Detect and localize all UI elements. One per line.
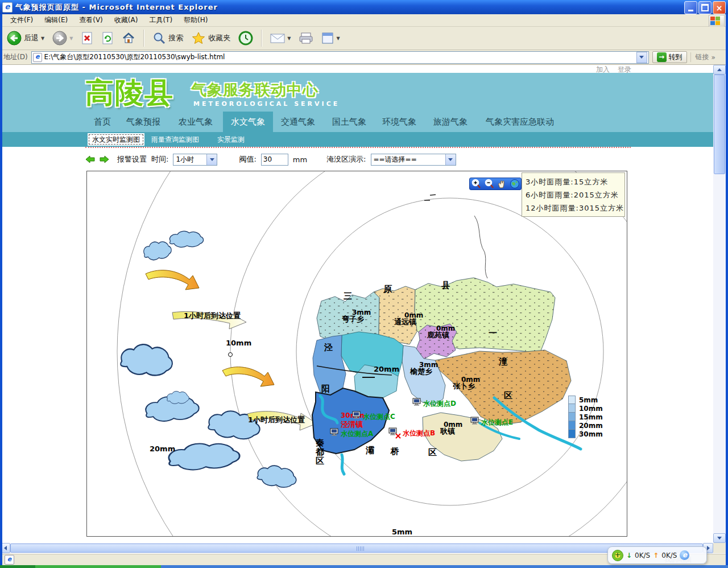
horizontal-scrollbar[interactable] — [0, 543, 713, 553]
station-E-label: 水位测点E — [481, 418, 513, 426]
station-B[interactable]: 水位测点B — [389, 428, 435, 438]
nav-hydrology[interactable]: 水文气象 — [223, 112, 273, 132]
map-zoom-toolbar — [469, 178, 522, 190]
download-arrow-icon: ↓ — [626, 551, 632, 559]
nav-land[interactable]: 国土气象 — [332, 112, 366, 132]
menu-help[interactable]: 帮助(H) — [178, 14, 213, 26]
nav-traffic[interactable]: 交通气象 — [281, 112, 315, 132]
forward-button[interactable]: ▼ — [50, 30, 75, 47]
address-input[interactable]: e E:\气象台\原型20110530\原型20110530\swyb-list… — [31, 51, 649, 64]
title-bar: e 气象预报页面原型 - Microsoft Internet Explorer… — [0, 0, 728, 14]
history-button[interactable] — [236, 30, 255, 47]
svg-text:0mm: 0mm — [461, 376, 480, 384]
refresh-icon — [101, 31, 114, 45]
sub-nav: 水文实时监测图 雨量查询监测图 实景监测 — [2, 132, 713, 147]
svg-text:桥: 桥 — [390, 446, 399, 456]
vertical-scroll-thumb[interactable] — [714, 75, 725, 174]
rain-summary-box: 3小时面雨量:15立方米 6小时面雨量:2015立方米 12小时面雨量:3015… — [522, 172, 625, 217]
svg-text:阳: 阳 — [321, 384, 330, 394]
svg-text:灞: 灞 — [365, 445, 374, 455]
subnav-live-view[interactable]: 实景监测 — [217, 132, 245, 147]
nav-disaster-emergency[interactable]: 气象灾害应急联动 — [486, 112, 554, 132]
close-button[interactable]: × — [713, 1, 726, 14]
print-icon — [299, 32, 313, 44]
legend-swatch-5mm — [568, 396, 576, 404]
ie-tray-icon: e — [680, 550, 689, 560]
edit-button[interactable]: ▼ — [319, 31, 342, 46]
nav-home[interactable]: 首页 — [94, 112, 111, 132]
menu-view[interactable]: 查看(V) — [73, 14, 109, 26]
horizontal-scroll-thumb[interactable] — [10, 544, 703, 553]
ring-label-20mm: 20mm — [150, 444, 175, 453]
page-icon: e — [33, 53, 42, 62]
zoom-in-icon[interactable] — [471, 179, 481, 189]
menu-file[interactable]: 文件(F) — [5, 14, 39, 26]
home-button[interactable] — [119, 30, 138, 46]
stop-button[interactable] — [78, 30, 96, 46]
hydrology-map[interactable]: 1小时后到达位置 1小时后到达位置 — [86, 171, 627, 537]
rain-cloud-icons — [120, 231, 298, 490]
go-button[interactable]: → 转到 — [652, 51, 687, 63]
zoom-out-icon[interactable] — [484, 179, 494, 189]
upload-arrow-icon: ↑ — [653, 551, 659, 559]
legend-row: 10mm — [568, 404, 603, 413]
star-icon — [191, 31, 206, 45]
restore-button[interactable] — [698, 1, 712, 14]
nav-tourism[interactable]: 旅游气象 — [433, 112, 468, 132]
search-button[interactable]: 搜索 — [150, 30, 185, 46]
prev-arrow-button[interactable] — [85, 155, 95, 163]
address-dropdown[interactable] — [636, 52, 647, 63]
flood-demo-select[interactable]: ==请选择== — [371, 154, 456, 166]
forward-dropdown[interactable]: ▼ — [69, 36, 73, 41]
legend-swatch-20mm — [568, 421, 576, 430]
edit-icon — [321, 32, 334, 44]
safety-suite-icon: + — [612, 550, 623, 561]
menu-tools[interactable]: 工具(T) — [143, 14, 178, 26]
rain-12h: 12小时面雨量:3015立方米 — [526, 201, 621, 215]
legend-row: 15mm — [568, 413, 603, 421]
back-dropdown[interactable]: ▼ — [41, 36, 44, 41]
scroll-down-button[interactable] — [713, 533, 726, 543]
vertical-scrollbar[interactable] — [713, 65, 726, 543]
mail-button[interactable]: ▼ — [268, 31, 293, 45]
globe-icon[interactable] — [510, 179, 520, 189]
minimize-button[interactable] — [684, 1, 697, 14]
flood-demo-label: 淹没区演示: — [326, 154, 366, 164]
back-button[interactable]: 后退 ▼ — [5, 30, 47, 47]
station-D[interactable]: 水位测点D — [413, 398, 456, 408]
station-B-label: 水位测点B — [402, 429, 435, 437]
subnav-realtime-monitor[interactable]: 水文实时监测图 — [88, 133, 144, 146]
svg-text:区: 区 — [316, 456, 324, 466]
logo-county: 高陵县 — [85, 74, 174, 112]
svg-text:原: 原 — [383, 284, 392, 294]
upload-speed: 0K/S — [661, 551, 677, 559]
next-arrow-button[interactable] — [100, 155, 109, 163]
links-button[interactable]: 链接 » — [690, 52, 715, 62]
edit-dropdown[interactable]: ▼ — [336, 36, 340, 41]
window-border-left — [0, 14, 2, 565]
ie-app-icon: e — [2, 2, 13, 13]
station-C-label: 水位测点C — [362, 413, 395, 421]
page-content: 加入 登录 高陵县 气象服务联动中心 METEOROLOGICAL SERVIC… — [2, 65, 713, 543]
nav-environment[interactable]: 环境气象 — [382, 112, 416, 132]
mail-dropdown[interactable]: ▼ — [287, 36, 291, 41]
nav-weather-forecast[interactable]: 气象预报 — [126, 112, 160, 132]
forward-icon — [52, 31, 67, 46]
links-label: 链接 — [696, 52, 709, 62]
menu-favorites[interactable]: 收藏(A) — [109, 14, 144, 26]
pan-hand-icon[interactable] — [497, 179, 507, 189]
scroll-up-button[interactable] — [713, 65, 726, 75]
window-border-right — [726, 14, 728, 565]
svg-text:一: 一 — [489, 328, 497, 338]
subnav-rain-query[interactable]: 雨量查询监测图 — [151, 132, 199, 147]
refresh-button[interactable] — [99, 30, 116, 46]
time-select[interactable]: 1小时 — [173, 154, 217, 166]
menu-edit[interactable]: 编辑(E) — [39, 14, 73, 26]
nav-agriculture[interactable]: 农业气象 — [179, 112, 213, 132]
svg-text:0mm: 0mm — [444, 421, 462, 429]
links-chevron-icon: » — [712, 53, 715, 61]
net-speed-widget[interactable]: + ↓ 0K/S ↑ 0K/S e — [607, 546, 707, 564]
favorites-button[interactable]: 收藏夹 — [189, 30, 233, 46]
threshold-input[interactable] — [261, 154, 288, 166]
print-button[interactable] — [296, 31, 316, 46]
